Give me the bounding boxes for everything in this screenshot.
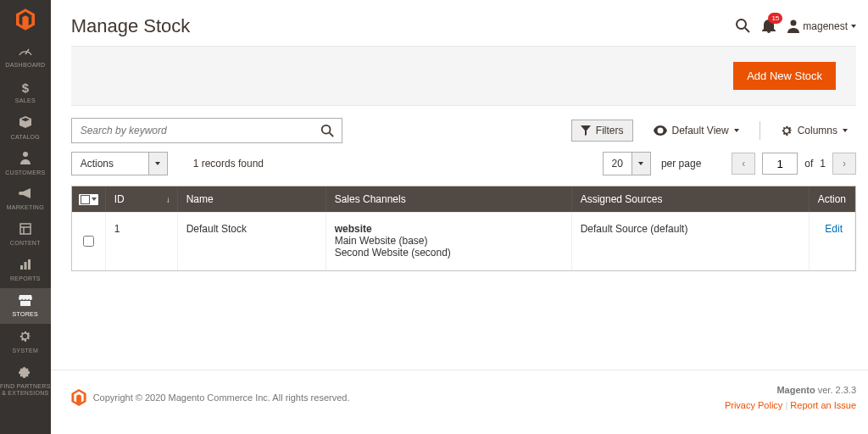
per-page-label: per page xyxy=(661,158,701,170)
svg-rect-5 xyxy=(24,262,26,270)
box-icon xyxy=(19,115,32,131)
version: 2.3.3 xyxy=(836,385,856,395)
sales-channels-line: Main Website (base) xyxy=(335,235,428,247)
svg-line-8 xyxy=(745,28,749,32)
chevron-down-icon xyxy=(851,25,856,28)
sidebar-item-label: FIND PARTNERS & EXTENSIONS xyxy=(0,383,51,396)
pager: 20 per page ‹ of 1 › xyxy=(603,152,856,175)
next-page-button[interactable]: › xyxy=(832,153,856,175)
page-title: Manage Stock xyxy=(71,15,191,37)
svg-rect-1 xyxy=(20,224,31,234)
row-action-edit[interactable]: Edit xyxy=(810,212,855,270)
columns-label: Columns xyxy=(798,125,837,136)
search-input[interactable] xyxy=(72,125,313,136)
svg-point-0 xyxy=(23,152,28,157)
svg-line-11 xyxy=(329,133,332,136)
logo[interactable] xyxy=(0,0,51,39)
sidebar-item-label: SYSTEM xyxy=(13,348,39,354)
per-page-select[interactable]: 20 xyxy=(603,152,651,175)
notifications-icon[interactable]: 15 xyxy=(762,18,776,36)
main: Manage Stock 15 magenest Add New Stock xyxy=(51,0,868,434)
username: magenest xyxy=(803,20,848,32)
controls-row-1: Filters Default View Columns xyxy=(51,106,868,152)
controls-row-2: Actions 1 records found 20 per page ‹ of… xyxy=(51,152,868,186)
add-new-stock-button[interactable]: Add New Stock xyxy=(733,62,836,90)
sidebar-item-label: CUSTOMERS xyxy=(5,170,45,176)
user-menu[interactable]: magenest xyxy=(787,19,856,33)
sidebar-item-label: CATALOG xyxy=(11,134,41,141)
user-icon xyxy=(787,19,799,33)
sidebar-item-marketing[interactable]: MARKETING xyxy=(0,181,51,217)
divider xyxy=(760,121,760,140)
ver-label: ver. xyxy=(818,385,833,395)
search-button[interactable] xyxy=(313,124,342,137)
search-icon[interactable] xyxy=(735,18,750,36)
chevron-down-icon xyxy=(734,129,739,132)
header-name[interactable]: Name xyxy=(178,186,326,212)
gear-icon xyxy=(781,125,793,136)
header-checkbox[interactable] xyxy=(79,194,98,205)
mass-actions-select[interactable]: Actions xyxy=(71,152,168,175)
per-page-value: 20 xyxy=(604,158,632,170)
svg-point-7 xyxy=(737,19,746,29)
sidebar-item-label: SALES xyxy=(15,97,36,104)
sidebar-item-reports[interactable]: REPORTS xyxy=(0,253,51,288)
svg-point-9 xyxy=(791,20,797,26)
sidebar: DASHBOARD $ SALES CATALOG CUSTOMERS MARK… xyxy=(0,0,51,434)
mass-actions-toggle[interactable] xyxy=(148,153,167,175)
filters-label: Filters xyxy=(596,125,624,136)
default-view-label: Default View xyxy=(672,125,729,136)
bar-chart-icon xyxy=(19,259,31,273)
megaphone-icon xyxy=(19,187,32,202)
sidebar-item-sales[interactable]: $ SALES xyxy=(0,75,51,110)
product-name: Magento xyxy=(776,385,815,395)
privacy-policy-link[interactable]: Privacy Policy xyxy=(725,400,782,410)
per-page-toggle[interactable] xyxy=(632,153,650,175)
header-checkbox-cell[interactable] xyxy=(72,186,106,212)
columns-button[interactable]: Columns xyxy=(772,120,856,141)
action-bar: Add New Stock xyxy=(71,46,856,106)
default-view-button[interactable]: Default View xyxy=(645,120,748,141)
cell-assigned-sources: Default Source (default) xyxy=(572,212,810,270)
sidebar-item-label: DASHBOARD xyxy=(5,62,45,69)
header-sales-channels[interactable]: Sales Channels xyxy=(326,186,572,212)
chevron-down-icon xyxy=(638,162,643,165)
sidebar-item-stores[interactable]: STORES xyxy=(0,288,51,324)
filters-button[interactable]: Filters xyxy=(571,120,633,142)
sidebar-item-label: REPORTS xyxy=(10,275,41,282)
chevron-down-icon xyxy=(843,129,848,132)
gauge-icon xyxy=(18,45,33,59)
header-action: Action xyxy=(810,186,855,212)
prev-page-button[interactable]: ‹ xyxy=(732,153,755,175)
sidebar-item-customers[interactable]: CUSTOMERS xyxy=(0,146,51,181)
cell-id: 1 xyxy=(106,212,178,270)
chevron-down-icon xyxy=(155,162,160,165)
header-id[interactable]: ID ↓ xyxy=(106,186,178,212)
funnel-icon xyxy=(581,125,591,136)
grid: ID ↓ Name Sales Channels Assigned Source… xyxy=(71,186,856,271)
page-input[interactable] xyxy=(762,153,798,175)
header-assigned-sources[interactable]: Assigned Sources xyxy=(572,186,810,212)
eye-icon xyxy=(654,125,667,136)
chevron-down-icon xyxy=(92,198,97,201)
storefront-icon xyxy=(19,294,32,309)
cell-sales-channels: website Main Website (base) Second Websi… xyxy=(326,212,572,270)
of-label: of xyxy=(804,158,813,170)
logo-icon xyxy=(71,389,86,406)
row-checkbox-cell xyxy=(72,212,106,270)
sales-channels-line: Second Website (second) xyxy=(335,247,451,259)
sidebar-item-label: STORES xyxy=(13,311,38,318)
sidebar-item-content[interactable]: CONTENT xyxy=(0,217,51,253)
sales-channels-heading: website xyxy=(335,223,372,235)
footer: Copyright © 2020 Magento Commerce Inc. A… xyxy=(51,370,868,434)
table-row: 1 Default Stock website Main Website (ba… xyxy=(72,212,855,270)
report-issue-link[interactable]: Report an Issue xyxy=(790,400,856,410)
search-box xyxy=(71,118,342,143)
sidebar-item-system[interactable]: SYSTEM xyxy=(0,324,51,359)
copyright: Copyright © 2020 Magento Commerce Inc. A… xyxy=(93,392,350,403)
svg-rect-6 xyxy=(28,259,31,270)
sidebar-item-partners[interactable]: FIND PARTNERS & EXTENSIONS xyxy=(0,359,51,402)
sidebar-item-dashboard[interactable]: DASHBOARD xyxy=(0,39,51,75)
row-checkbox[interactable] xyxy=(83,236,94,247)
sidebar-item-catalog[interactable]: CATALOG xyxy=(0,110,51,146)
